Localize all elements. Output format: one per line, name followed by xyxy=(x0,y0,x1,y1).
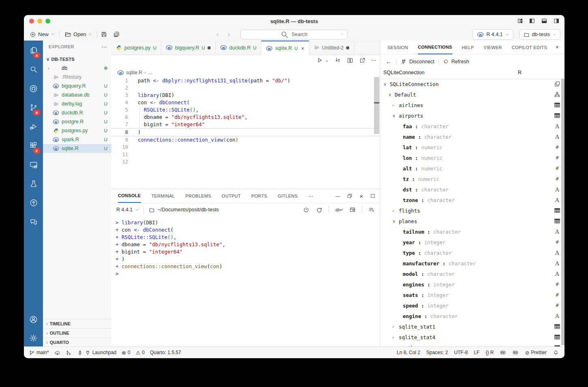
minimize-panel-icon[interactable]: — xyxy=(336,194,340,198)
panel-tab-console[interactable]: CONSOLE xyxy=(118,189,141,203)
status-warnings[interactable]: ⚠0 xyxy=(136,350,145,355)
connection-node-sqliteconnection[interactable]: ∨SQLiteConnection xyxy=(380,79,564,89)
connection-field-engines[interactable]: engines : integer# xyxy=(380,279,564,290)
connection-field-tz[interactable]: tz : numeric# xyxy=(380,174,564,184)
restart-session-icon[interactable] xyxy=(316,206,323,213)
activity-item-run-debug[interactable] xyxy=(24,118,43,135)
toggle-bottom-panel-icon[interactable] xyxy=(541,18,547,24)
run-file-button[interactable] xyxy=(316,57,323,64)
sidebar-section-outline[interactable]: ›OUTLINE xyxy=(43,328,111,338)
file-tree-item-postgre.R[interactable]: Rpostgre.RU xyxy=(43,117,111,126)
search-input[interactable]: Search xyxy=(240,30,347,39)
file-tree-item-sqlite.R[interactable]: Rsqlite.RU xyxy=(43,144,111,153)
file-tree-item-postgres.py[interactable]: postgres.pyU xyxy=(43,126,111,135)
status-language-mode[interactable]: {} R xyxy=(485,350,494,355)
activity-item-remote-explorer[interactable] xyxy=(24,157,43,173)
restore-panel-icon[interactable] xyxy=(347,193,353,199)
sidebar-section-timeline[interactable]: ›TIMELINE xyxy=(43,319,111,328)
editor-tab-sqlite-R[interactable]: Rsqlite.RU× xyxy=(261,41,309,55)
connection-node-airports[interactable]: ∨airports xyxy=(380,110,564,121)
status-eol[interactable]: LF xyxy=(474,350,479,355)
save-icon[interactable] xyxy=(100,31,107,38)
connection-field-faa[interactable]: faa : characterA xyxy=(380,121,564,131)
open-in-window-icon[interactable] xyxy=(359,57,366,64)
connection-field-manufacturer[interactable]: manufacturer : characterA xyxy=(380,258,564,269)
more-actions-icon[interactable]: ⋯ xyxy=(371,58,376,63)
status-prettier[interactable]: ⊘Prettier xyxy=(525,350,547,355)
secondary-tab-connections[interactable]: CONNECTIONS xyxy=(418,41,452,54)
secondary-tab-copilot-edits[interactable]: COPILOT EDITS xyxy=(512,41,547,54)
panel-tab-ports[interactable]: PORTS xyxy=(251,189,267,203)
chevron-down-icon[interactable]: ⌄ xyxy=(325,58,329,62)
panel-tab-problems[interactable]: PROBLEMS xyxy=(186,189,212,203)
connection-field-year[interactable]: year : integer# xyxy=(380,237,564,247)
status-copilot-a[interactable] xyxy=(500,349,506,356)
connection-field-type[interactable]: type : characterA xyxy=(380,247,564,258)
sidebar-section-quarto[interactable]: ›QUARTO xyxy=(43,338,111,347)
activity-item-chat[interactable] xyxy=(24,214,43,230)
status-encoding[interactable]: UTF-8 xyxy=(454,350,468,355)
panel-tab-terminal[interactable]: TERMINAL xyxy=(152,189,175,203)
status-copilot-b[interactable] xyxy=(512,349,519,356)
connection-field-speed[interactable]: speed : integer# xyxy=(380,300,564,311)
activity-item-account[interactable] xyxy=(24,311,43,327)
interpreter-selector[interactable]: R R 4.4.1 xyxy=(473,29,513,40)
back-arrow-icon[interactable]: ← xyxy=(386,58,392,65)
status-quarto-version[interactable]: Quarto: 1.5.57 xyxy=(150,350,181,355)
connection-field-lon[interactable]: lon : numeric# xyxy=(380,153,564,163)
status-git-branch[interactable]: main* xyxy=(29,350,49,356)
secondary-tab-viewer[interactable]: VIEWER xyxy=(484,41,502,54)
editor-tab-Untitled-2[interactable]: Untitled-2 xyxy=(309,41,355,55)
status-launchpad[interactable]: Launchpad xyxy=(77,350,116,356)
connection-header-row[interactable]: SQLiteConnection R xyxy=(380,68,564,79)
breadcrumb[interactable]: R sqlite.R › … xyxy=(117,69,153,76)
console-runtime-selector[interactable]: R 4.4.1 xyxy=(116,207,139,213)
open-button[interactable]: Open xyxy=(63,30,94,39)
status-indentation[interactable]: Spaces: 2 xyxy=(426,350,448,355)
explorer-root-folder[interactable]: ∨ DB-TESTS xyxy=(43,55,111,64)
explorer-more-actions[interactable]: ⋯ xyxy=(102,43,107,50)
status-git-graph[interactable] xyxy=(66,350,72,356)
panel-tab-gitlens[interactable]: GITLENS xyxy=(278,189,297,203)
file-tree-item-db[interactable]: ›db xyxy=(43,64,111,73)
activity-item-testing[interactable] xyxy=(24,176,43,192)
activity-item-source-control[interactable]: 9 xyxy=(24,99,43,116)
workspace-selector[interactable]: db-tests xyxy=(519,29,560,40)
maximize-panel-icon[interactable] xyxy=(370,193,376,199)
connection-field-engine[interactable]: engine : characterA xyxy=(380,311,564,321)
secondary-tab-help[interactable]: HELP xyxy=(462,41,474,54)
connection-node-sqlite-stat4[interactable]: ›sqlite_stat4 xyxy=(380,332,564,342)
connection-field-alt[interactable]: alt : numeric# xyxy=(380,163,564,174)
file-tree-item-.Rhistory[interactable]: .Rhistory xyxy=(43,73,111,82)
new-button[interactable]: New xyxy=(28,30,56,39)
connection-node-airlines[interactable]: ›airlines xyxy=(380,100,564,110)
status-errors[interactable]: ⊗0 xyxy=(122,350,130,355)
activity-item-github[interactable] xyxy=(24,80,43,97)
editor-tab-postgres-py[interactable]: postgres.pyU xyxy=(111,41,161,55)
connection-node-default[interactable]: ∨Default xyxy=(380,89,564,100)
shutdown-session-icon[interactable] xyxy=(303,206,310,213)
toggle-right-panel-icon[interactable] xyxy=(553,18,560,24)
console-working-directory[interactable]: ~/Documents/posit/db-tests xyxy=(143,207,219,213)
close-tab-icon[interactable]: × xyxy=(301,45,304,52)
connection-field-lat[interactable]: lat : numeric# xyxy=(380,142,564,153)
compare-changes-icon[interactable] xyxy=(334,57,341,64)
connection-node-flights[interactable]: ›flights xyxy=(380,205,564,216)
connection-field-name[interactable]: name : characterA xyxy=(380,131,564,142)
editor-tab-duckdb-R[interactable]: Rduckdb.RU xyxy=(216,41,261,55)
close-panel-icon[interactable]: × xyxy=(359,193,363,199)
connection-node-planes[interactable]: ∨planes xyxy=(380,216,564,226)
status-cursor-position[interactable]: Ln 8, Col 2 xyxy=(397,350,420,355)
clear-console-icon[interactable] xyxy=(368,206,375,213)
panel-tabs-overflow-icon[interactable]: ⋯ xyxy=(308,189,313,203)
toggle-left-panel-icon[interactable] xyxy=(529,18,535,24)
status-notifications[interactable] xyxy=(553,350,559,356)
history-back-button[interactable]: ‹ xyxy=(216,30,219,39)
file-tree-item-duckdb.R[interactable]: Rduckdb.RU xyxy=(43,108,111,117)
status-publish-changes[interactable] xyxy=(54,350,60,356)
connection-field-seats[interactable]: seats : integer# xyxy=(380,290,564,300)
word-wrap-icon[interactable]: ab↵ xyxy=(335,208,343,212)
history-forward-button[interactable]: › xyxy=(228,30,230,39)
file-tree-item-derby.log[interactable]: derby.logU xyxy=(43,99,111,108)
panel-tab-output[interactable]: OUTPUT xyxy=(222,189,241,203)
